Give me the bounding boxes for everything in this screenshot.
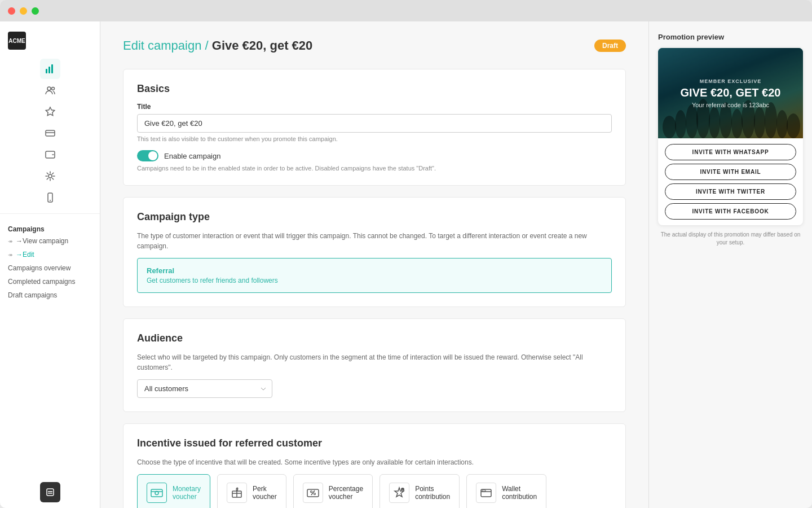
sidebar-icon-mobile[interactable]: [40, 187, 60, 208]
svg-point-4: [51, 87, 54, 90]
campaigns-section-label: Campaigns: [0, 222, 100, 234]
svg-point-9: [50, 200, 51, 201]
sidebar-item-campaigns-overview[interactable]: Campaigns overview: [0, 261, 100, 275]
preview-title: Promotion preview: [658, 33, 803, 41]
preview-buttons: INVITE WITH WHATSAPP INVITE WITH EMAIL I…: [658, 138, 803, 225]
preview-content: MEMBER EXCLUSIVE GIVE €20, GET €20 Your …: [675, 73, 787, 114]
sidebar: ACME: [0, 21, 100, 508]
type-name: Referral: [147, 266, 602, 275]
svg-rect-1: [48, 67, 50, 73]
titlebar: [0, 0, 812, 21]
perk-icon: [227, 483, 247, 503]
title-label: Title: [137, 103, 612, 111]
sidebar-icon-sparks[interactable]: [40, 166, 60, 186]
type-description: Get customers to refer friends and follo…: [147, 277, 602, 284]
sidebar-icon-wallet[interactable]: [40, 144, 60, 165]
toggle-description: Campaigns need to be in the enabled stat…: [137, 165, 612, 172]
draft-badge: Draft: [594, 40, 626, 52]
invite-facebook-button[interactable]: INVITE WITH FACEBOOK: [665, 203, 796, 220]
svg-rect-22: [482, 490, 486, 492]
points-icon: +: [389, 483, 409, 503]
incentive-perk[interactable]: Perkvoucher: [217, 474, 286, 508]
page-title: Edit campaign / Give €20, get €20: [123, 38, 312, 53]
main-content: Edit campaign / Give €20, get €20 Draft …: [100, 21, 648, 508]
app-window: ACME: [0, 0, 812, 508]
svg-point-18: [314, 493, 315, 495]
arrow-icon-edit: ↠: [8, 252, 12, 258]
completed-campaigns-label: Completed campaigns: [8, 278, 75, 286]
points-label: Pointscontribution: [415, 485, 450, 501]
preview-disclaimer: The actual display of this promotion may…: [658, 231, 803, 247]
incentive-wallet[interactable]: Walletcontribution: [466, 474, 546, 508]
sidebar-icon-cards[interactable]: [40, 123, 60, 143]
svg-rect-0: [46, 69, 47, 73]
sidebar-item-view-campaign[interactable]: ↠ →View campaign: [0, 234, 100, 248]
campaign-type-title: Campaign type: [137, 211, 612, 223]
wallet-icon: [476, 483, 496, 503]
logo: ACME: [8, 32, 26, 50]
sidebar-icon-rewards[interactable]: [40, 102, 60, 122]
incentive-monetary[interactable]: Monetaryvoucher: [137, 474, 210, 508]
svg-rect-10: [47, 489, 54, 496]
monetary-label: Monetaryvoucher: [173, 485, 201, 501]
campaign-type-desc: The type of customer interaction or even…: [137, 231, 612, 251]
svg-rect-2: [51, 64, 53, 73]
sidebar-icon-nav: [0, 59, 100, 214]
preview-image: MEMBER EXCLUSIVE GIVE €20, GET €20 Your …: [658, 48, 803, 138]
monetary-icon: [147, 483, 167, 503]
svg-rect-12: [48, 493, 52, 494]
title-input[interactable]: [137, 114, 612, 133]
referral-code: Your referral code is 123abc: [681, 102, 781, 108]
incentive-points[interactable]: + Pointscontribution: [379, 474, 460, 508]
arrow-icon: ↠: [8, 238, 12, 244]
incentive-grid: Monetaryvoucher Perkvouch: [137, 474, 612, 508]
close-button[interactable]: [8, 7, 15, 15]
svg-point-34: [787, 113, 800, 138]
title-hint: This text is also visible to the custome…: [137, 135, 612, 142]
svg-text:+: +: [402, 488, 404, 492]
svg-point-33: [776, 110, 788, 138]
settings-icon[interactable]: [40, 482, 60, 502]
incentive-percentage[interactable]: Percentagevoucher: [293, 474, 373, 508]
incentive-desc: Choose the type of incentive that will b…: [137, 457, 612, 467]
member-label: MEMBER EXCLUSIVE: [681, 78, 781, 84]
basics-section: Basics Title This text is also visible t…: [123, 69, 626, 186]
sidebar-item-completed-campaigns[interactable]: Completed campaigns: [0, 275, 100, 288]
perk-label: Perkvoucher: [253, 485, 277, 501]
campaign-type-section: Campaign type The type of customer inter…: [123, 197, 626, 307]
campaign-type-box: Referral Get customers to refer friends …: [137, 258, 612, 293]
svg-rect-21: [481, 489, 491, 497]
basics-title: Basics: [137, 83, 612, 95]
sidebar-item-draft-campaigns[interactable]: Draft campaigns: [0, 288, 100, 302]
sidebar-icon-people[interactable]: [40, 80, 60, 100]
enable-toggle[interactable]: [137, 150, 158, 161]
svg-point-3: [47, 87, 51, 90]
view-campaign-label: →View campaign: [16, 237, 68, 245]
invite-twitter-button[interactable]: INVITE WITH TWITTER: [665, 183, 796, 200]
sidebar-icon-analytics[interactable]: [40, 59, 60, 79]
incentive-title: Incentive issued for referred customer: [137, 437, 612, 449]
svg-rect-5: [46, 130, 55, 136]
audience-select[interactable]: All customers VIP customers New customer…: [137, 379, 272, 398]
invite-email-button[interactable]: INVITE WITH EMAIL: [665, 164, 796, 180]
breadcrumb-edit: Edit campaign /: [123, 38, 209, 52]
svg-rect-11: [48, 491, 52, 492]
svg-point-7: [48, 174, 52, 178]
right-panel: Promotion preview: [648, 21, 812, 508]
percentage-label: Percentagevoucher: [329, 485, 363, 501]
percentage-icon: [303, 483, 323, 503]
audience-desc: Select who will be targeted by this camp…: [137, 352, 612, 373]
preview-campaign-title: GIVE €20, GET €20: [681, 86, 781, 99]
minimize-button[interactable]: [20, 7, 27, 15]
invite-whatsapp-button[interactable]: INVITE WITH WHATSAPP: [665, 144, 796, 160]
draft-campaigns-label: Draft campaigns: [8, 291, 57, 299]
sidebar-bottom: [0, 482, 100, 502]
preview-card: MEMBER EXCLUSIVE GIVE €20, GET €20 Your …: [658, 48, 803, 225]
svg-point-17: [310, 491, 312, 493]
sidebar-item-edit[interactable]: ↠ →Edit: [0, 248, 100, 261]
audience-section: Audience Select who will be targeted by …: [123, 318, 626, 412]
maximize-button[interactable]: [32, 7, 39, 15]
incentive-section: Incentive issued for referred customer C…: [123, 423, 626, 508]
wallet-label: Walletcontribution: [502, 485, 537, 501]
audience-title: Audience: [137, 332, 612, 344]
